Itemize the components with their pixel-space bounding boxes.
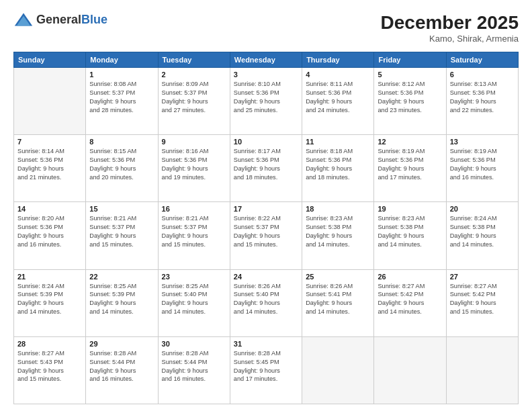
day-number: 21 [17,273,82,281]
day-number: 24 [234,273,298,281]
day-number: 25 [306,273,370,281]
calendar-cell: 3Sunrise: 8:10 AM Sunset: 5:36 PM Daylig… [230,68,302,135]
day-number: 30 [162,340,226,348]
calendar-cell: 31Sunrise: 8:28 AM Sunset: 5:45 PM Dayli… [230,336,302,404]
calendar-cell: 28Sunrise: 8:27 AM Sunset: 5:43 PM Dayli… [14,336,86,404]
day-of-week-thursday: Thursday [302,52,374,68]
day-number: 1 [89,71,154,79]
logo-general-text: General [36,13,81,27]
day-number: 18 [306,205,370,213]
day-info: Sunrise: 8:27 AM Sunset: 5:43 PM Dayligh… [17,349,82,384]
day-number: 9 [162,138,226,146]
calendar-cell [14,68,86,135]
calendar-cell [374,336,446,404]
day-number: 13 [450,138,515,146]
calendar-cell: 11Sunrise: 8:18 AM Sunset: 5:36 PM Dayli… [302,135,374,202]
day-of-week-wednesday: Wednesday [230,52,302,68]
day-info: Sunrise: 8:19 AM Sunset: 5:36 PM Dayligh… [450,147,515,182]
day-of-week-saturday: Saturday [446,52,518,68]
calendar-cell [446,336,518,404]
day-info: Sunrise: 8:17 AM Sunset: 5:36 PM Dayligh… [234,147,298,182]
day-info: Sunrise: 8:15 AM Sunset: 5:36 PM Dayligh… [89,147,154,182]
day-number: 19 [378,205,442,213]
day-number: 27 [450,273,515,281]
day-info: Sunrise: 8:21 AM Sunset: 5:37 PM Dayligh… [162,214,226,249]
day-info: Sunrise: 8:08 AM Sunset: 5:37 PM Dayligh… [89,80,154,115]
day-number: 23 [162,273,226,281]
day-number: 11 [306,138,370,146]
day-of-week-sunday: Sunday [14,52,86,68]
day-number: 28 [17,340,82,348]
calendar-cell: 30Sunrise: 8:28 AM Sunset: 5:44 PM Dayli… [158,336,230,404]
location: Kamo, Shirak, Armenia [381,34,519,44]
calendar-cell: 10Sunrise: 8:17 AM Sunset: 5:36 PM Dayli… [230,135,302,202]
day-info: Sunrise: 8:27 AM Sunset: 5:42 PM Dayligh… [378,282,442,317]
calendar-week-row: 7Sunrise: 8:14 AM Sunset: 5:36 PM Daylig… [14,135,519,202]
calendar-header-row: SundayMondayTuesdayWednesdayThursdayFrid… [14,52,519,68]
day-number: 14 [17,205,82,213]
calendar-week-row: 21Sunrise: 8:24 AM Sunset: 5:39 PM Dayli… [14,269,519,336]
logo: GeneralBlue [13,12,107,27]
day-info: Sunrise: 8:13 AM Sunset: 5:36 PM Dayligh… [450,80,515,115]
calendar-week-row: 14Sunrise: 8:20 AM Sunset: 5:36 PM Dayli… [14,202,519,269]
calendar-cell: 7Sunrise: 8:14 AM Sunset: 5:36 PM Daylig… [14,135,86,202]
calendar-week-row: 1Sunrise: 8:08 AM Sunset: 5:37 PM Daylig… [14,68,519,135]
day-info: Sunrise: 8:28 AM Sunset: 5:44 PM Dayligh… [162,349,226,384]
day-of-week-tuesday: Tuesday [158,52,230,68]
day-number: 20 [450,205,515,213]
day-number: 2 [162,71,226,79]
day-number: 4 [306,71,370,79]
calendar-cell: 13Sunrise: 8:19 AM Sunset: 5:36 PM Dayli… [446,135,518,202]
day-info: Sunrise: 8:12 AM Sunset: 5:36 PM Dayligh… [378,80,442,115]
calendar-cell [302,336,374,404]
day-info: Sunrise: 8:24 AM Sunset: 5:38 PM Dayligh… [450,214,515,249]
day-info: Sunrise: 8:18 AM Sunset: 5:36 PM Dayligh… [306,147,370,182]
day-number: 10 [234,138,298,146]
day-info: Sunrise: 8:09 AM Sunset: 5:37 PM Dayligh… [162,80,226,115]
day-info: Sunrise: 8:22 AM Sunset: 5:37 PM Dayligh… [234,214,298,249]
day-number: 7 [17,138,82,146]
page: GeneralBlue December 2025 Kamo, Shirak, … [0,0,532,411]
day-number: 6 [450,71,515,79]
day-info: Sunrise: 8:16 AM Sunset: 5:36 PM Dayligh… [162,147,226,182]
month-title: December 2025 [381,12,519,34]
day-number: 5 [378,71,442,79]
day-number: 8 [89,138,154,146]
day-info: Sunrise: 8:25 AM Sunset: 5:40 PM Dayligh… [162,282,226,317]
calendar-cell: 4Sunrise: 8:11 AM Sunset: 5:36 PM Daylig… [302,68,374,135]
day-info: Sunrise: 8:24 AM Sunset: 5:39 PM Dayligh… [17,282,82,317]
calendar-cell: 23Sunrise: 8:25 AM Sunset: 5:40 PM Dayli… [158,269,230,336]
calendar-cell: 9Sunrise: 8:16 AM Sunset: 5:36 PM Daylig… [158,135,230,202]
calendar-table: SundayMondayTuesdayWednesdayThursdayFrid… [13,52,519,404]
logo-blue-text: Blue [81,13,107,27]
day-info: Sunrise: 8:11 AM Sunset: 5:36 PM Dayligh… [306,80,370,115]
day-number: 22 [89,273,154,281]
day-number: 29 [89,340,154,348]
day-number: 26 [378,273,442,281]
day-info: Sunrise: 8:25 AM Sunset: 5:39 PM Dayligh… [89,282,154,317]
calendar-cell: 17Sunrise: 8:22 AM Sunset: 5:37 PM Dayli… [230,202,302,269]
day-info: Sunrise: 8:27 AM Sunset: 5:42 PM Dayligh… [450,282,515,317]
day-info: Sunrise: 8:28 AM Sunset: 5:44 PM Dayligh… [89,349,154,384]
calendar-cell: 5Sunrise: 8:12 AM Sunset: 5:36 PM Daylig… [374,68,446,135]
day-of-week-friday: Friday [374,52,446,68]
day-info: Sunrise: 8:23 AM Sunset: 5:38 PM Dayligh… [378,214,442,249]
day-info: Sunrise: 8:23 AM Sunset: 5:38 PM Dayligh… [306,214,370,249]
logo-icon [13,12,34,27]
header: GeneralBlue December 2025 Kamo, Shirak, … [13,12,519,44]
calendar-cell: 20Sunrise: 8:24 AM Sunset: 5:38 PM Dayli… [446,202,518,269]
day-info: Sunrise: 8:26 AM Sunset: 5:40 PM Dayligh… [234,282,298,317]
calendar-cell: 15Sunrise: 8:21 AM Sunset: 5:37 PM Dayli… [86,202,158,269]
day-of-week-monday: Monday [86,52,158,68]
calendar-cell: 2Sunrise: 8:09 AM Sunset: 5:37 PM Daylig… [158,68,230,135]
day-info: Sunrise: 8:19 AM Sunset: 5:36 PM Dayligh… [378,147,442,182]
calendar-cell: 8Sunrise: 8:15 AM Sunset: 5:36 PM Daylig… [86,135,158,202]
day-info: Sunrise: 8:20 AM Sunset: 5:36 PM Dayligh… [17,214,82,249]
calendar-cell: 24Sunrise: 8:26 AM Sunset: 5:40 PM Dayli… [230,269,302,336]
day-info: Sunrise: 8:10 AM Sunset: 5:36 PM Dayligh… [234,80,298,115]
calendar-cell: 14Sunrise: 8:20 AM Sunset: 5:36 PM Dayli… [14,202,86,269]
calendar-cell: 12Sunrise: 8:19 AM Sunset: 5:36 PM Dayli… [374,135,446,202]
calendar-cell: 18Sunrise: 8:23 AM Sunset: 5:38 PM Dayli… [302,202,374,269]
day-number: 12 [378,138,442,146]
day-number: 16 [162,205,226,213]
